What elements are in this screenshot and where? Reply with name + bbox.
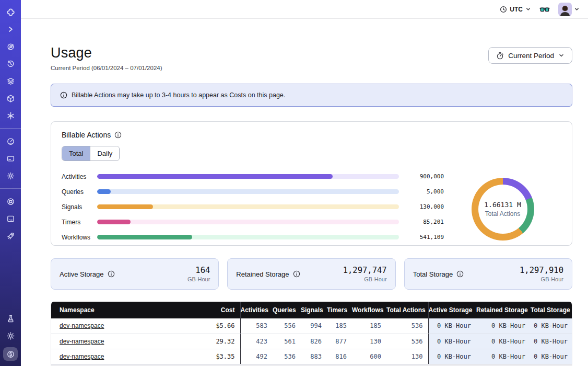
info-icon[interactable]	[108, 270, 115, 278]
main-content: Usage Current Period (06/01/2024 – 07/01…	[21, 19, 588, 366]
gear-icon[interactable]	[4, 170, 17, 181]
bar-value: 900,000	[399, 173, 444, 180]
gauge-icon[interactable]	[4, 135, 17, 147]
table-cutoff-strip	[51, 364, 572, 366]
chevron-right-icon[interactable]	[4, 24, 17, 35]
rocket-icon[interactable]	[4, 230, 17, 242]
cell-active-storage: 0 KB-Hour	[428, 349, 476, 364]
cell-queries: 556	[273, 318, 301, 334]
storage-value: 164	[187, 266, 210, 275]
bar-value: 541,109	[399, 234, 444, 241]
column-header-total-actions: Total Actions	[386, 302, 428, 318]
info-icon[interactable]	[456, 270, 464, 278]
billable-actions-title-text: Billable Actions	[62, 131, 111, 139]
cell-cost: 29.32	[192, 334, 240, 349]
storage-value: 1,297,910	[520, 266, 563, 275]
monitor-icon[interactable]	[4, 213, 17, 224]
namespace-link[interactable]: dev-namespace	[60, 322, 104, 329]
storage-unit: GB-Hour	[343, 276, 387, 282]
cell-timers: 185	[327, 318, 352, 334]
column-header-activities: Activities	[240, 302, 273, 318]
storage-label-text: Total Storage	[413, 270, 453, 278]
goggles-icon[interactable]	[539, 6, 550, 13]
bar-row-activities: Activities900,000	[62, 172, 444, 181]
donut-total-label: Total Actions	[485, 210, 520, 218]
flask-icon[interactable]	[4, 313, 17, 324]
cell-active-storage: 0 KB-Hour	[428, 334, 476, 349]
bar-track	[97, 235, 399, 239]
column-header-cost: Cost	[192, 302, 240, 318]
bar-fill	[97, 189, 111, 194]
column-header-queries: Queries	[273, 302, 301, 318]
cell-active-storage: 0 KB-Hour	[428, 318, 476, 334]
lifebuoy-icon[interactable]	[4, 196, 17, 207]
namespace-link[interactable]: dev-namespace	[60, 353, 104, 360]
bar-label: Workflows	[62, 234, 97, 241]
cell-workflows: 185	[352, 318, 386, 334]
history-clock-icon[interactable]	[4, 58, 17, 70]
page-header: Usage Current Period (06/01/2024 – 07/01…	[51, 45, 572, 71]
bar-fill	[97, 204, 153, 209]
donut-total-value: 1.66131 M	[484, 201, 521, 209]
current-period-label: Current Period	[508, 52, 554, 60]
app-window: UTC	[0, 0, 588, 366]
storage-card-total-storage: Total Storage1,297,910GB-Hour	[404, 258, 572, 290]
column-header-active-storage: Active Storage	[428, 302, 476, 318]
stopwatch-icon	[496, 52, 504, 60]
eye-icon[interactable]	[4, 41, 17, 52]
banner-text: Billable Actions may take up to 3-4 hour…	[72, 92, 285, 99]
cell-cost: $5.66	[192, 318, 240, 334]
tab-daily[interactable]: Daily	[90, 146, 119, 161]
cube-icon[interactable]	[4, 93, 17, 104]
sidebar-divider	[0, 188, 21, 189]
chevron-down-icon	[574, 6, 580, 12]
current-period-dropdown[interactable]: Current Period	[488, 47, 572, 64]
info-icon[interactable]	[293, 270, 300, 278]
bar-value: 130,000	[399, 203, 444, 210]
bar-track	[97, 220, 399, 224]
storage-card-label: Total Storage	[413, 270, 464, 278]
column-header-timers: Timers	[327, 302, 352, 318]
storage-card-retained-storage: Retained Storage1,297,747GB-Hour	[227, 258, 395, 290]
page-subtitle: Current Period (06/01/2024 – 07/01/2024)	[51, 65, 162, 71]
cell-namespace: dev-namespace	[51, 318, 192, 334]
sidebar	[0, 0, 21, 366]
cell-queries: 536	[273, 349, 301, 364]
cell-total-storage: 0 KB-Hour	[531, 334, 572, 349]
cell-total-storage: 0 KB-Hour	[531, 318, 572, 334]
bar-fill	[97, 174, 333, 179]
info-icon	[60, 92, 67, 99]
chevron-down-icon	[525, 6, 531, 12]
cell-activities: 583	[240, 318, 273, 334]
avatar	[558, 3, 572, 16]
storage-cards-row: Active Storage164GB-HourRetained Storage…	[51, 258, 572, 290]
bar-value: 5,000	[399, 188, 444, 195]
sun-icon[interactable]	[4, 330, 17, 341]
bar-label: Activities	[62, 173, 97, 180]
donut-chart: 1.66131 M Total Actions	[472, 178, 534, 241]
storage-card-active-storage: Active Storage164GB-Hour	[51, 258, 219, 290]
cell-signals: 883	[301, 349, 327, 364]
billable-actions-card: Billable Actions TotalDaily Activities90…	[51, 121, 572, 246]
temporal-logo[interactable]	[4, 6, 17, 18]
storage-unit: GB-Hour	[187, 276, 210, 282]
usage-dollar-icon[interactable]	[3, 347, 18, 361]
user-menu[interactable]	[558, 3, 580, 16]
storage-value: 1,297,747	[343, 266, 387, 275]
bar-track	[97, 204, 399, 209]
cell-namespace: dev-namespace	[51, 349, 192, 364]
cell-total-actions: 130	[386, 349, 428, 364]
storage-card-label: Retained Storage	[236, 270, 300, 278]
timezone-selector[interactable]: UTC	[500, 6, 531, 13]
namespace-link[interactable]: dev-namespace	[60, 338, 104, 345]
credit-card-icon[interactable]	[4, 153, 17, 164]
tab-total[interactable]: Total	[62, 146, 90, 161]
bar-row-workflows: Workflows541,109	[62, 233, 444, 242]
layers-icon[interactable]	[4, 75, 17, 87]
bar-label: Queries	[62, 188, 97, 196]
asterisk-icon[interactable]	[4, 110, 17, 121]
total-daily-tabs: TotalDaily	[62, 146, 120, 161]
info-icon[interactable]	[114, 131, 122, 139]
storage-label-text: Retained Storage	[236, 270, 289, 278]
page-title: Usage	[51, 45, 162, 61]
